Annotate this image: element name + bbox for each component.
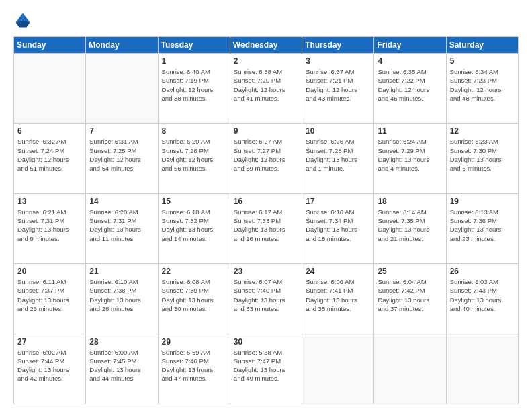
day-number: 27 — [17, 337, 82, 347]
calendar-cell — [302, 334, 374, 404]
calendar-cell: 27Sunrise: 6:02 AM Sunset: 7:44 PM Dayli… — [14, 334, 86, 404]
day-number: 7 — [89, 126, 154, 136]
day-number: 17 — [306, 197, 370, 206]
day-info: Sunrise: 6:07 AM Sunset: 7:40 PM Dayligh… — [234, 277, 298, 313]
day-number: 11 — [378, 126, 442, 136]
day-number: 6 — [17, 126, 82, 136]
calendar-cell: 20Sunrise: 6:11 AM Sunset: 7:37 PM Dayli… — [14, 264, 86, 334]
day-info: Sunrise: 6:24 AM Sunset: 7:29 PM Dayligh… — [378, 137, 442, 173]
calendar-cell: 14Sunrise: 6:20 AM Sunset: 7:31 PM Dayli… — [86, 193, 158, 263]
day-info: Sunrise: 6:26 AM Sunset: 7:28 PM Dayligh… — [306, 137, 370, 173]
day-info: Sunrise: 6:11 AM Sunset: 7:37 PM Dayligh… — [17, 277, 82, 313]
day-number: 4 — [378, 56, 442, 66]
calendar-cell: 15Sunrise: 6:18 AM Sunset: 7:32 PM Dayli… — [158, 193, 230, 263]
day-number: 10 — [306, 126, 370, 136]
calendar-cell: 8Sunrise: 6:29 AM Sunset: 7:26 PM Daylig… — [158, 124, 230, 193]
calendar-cell: 22Sunrise: 6:08 AM Sunset: 7:39 PM Dayli… — [158, 264, 230, 334]
calendar-cell: 13Sunrise: 6:21 AM Sunset: 7:31 PM Dayli… — [14, 193, 86, 263]
day-number: 9 — [234, 126, 298, 136]
calendar-week-row: 27Sunrise: 6:02 AM Sunset: 7:44 PM Dayli… — [14, 334, 519, 404]
day-number: 18 — [378, 197, 442, 206]
day-info: Sunrise: 6:00 AM Sunset: 7:45 PM Dayligh… — [89, 348, 154, 383]
day-info: Sunrise: 6:04 AM Sunset: 7:42 PM Dayligh… — [378, 277, 442, 313]
day-number: 8 — [162, 126, 226, 136]
day-info: Sunrise: 6:40 AM Sunset: 7:19 PM Dayligh… — [162, 67, 226, 103]
day-info: Sunrise: 6:31 AM Sunset: 7:25 PM Dayligh… — [89, 137, 154, 173]
day-number: 26 — [450, 267, 515, 276]
calendar-cell: 11Sunrise: 6:24 AM Sunset: 7:29 PM Dayli… — [374, 124, 446, 193]
day-info: Sunrise: 6:18 AM Sunset: 7:32 PM Dayligh… — [162, 208, 226, 243]
calendar-week-row: 6Sunrise: 6:32 AM Sunset: 7:24 PM Daylig… — [14, 124, 519, 193]
calendar-cell: 6Sunrise: 6:32 AM Sunset: 7:24 PM Daylig… — [14, 124, 86, 193]
day-info: Sunrise: 6:14 AM Sunset: 7:35 PM Dayligh… — [378, 208, 442, 243]
day-number: 30 — [234, 337, 298, 347]
calendar-cell: 25Sunrise: 6:04 AM Sunset: 7:42 PM Dayli… — [374, 264, 446, 334]
calendar-cell — [86, 54, 158, 124]
day-number: 28 — [89, 337, 154, 347]
day-info: Sunrise: 6:08 AM Sunset: 7:39 PM Dayligh… — [162, 277, 226, 313]
calendar-cell: 12Sunrise: 6:23 AM Sunset: 7:30 PM Dayli… — [446, 124, 518, 193]
calendar-day-header: Saturday — [446, 37, 518, 54]
day-info: Sunrise: 6:06 AM Sunset: 7:41 PM Dayligh… — [306, 277, 370, 313]
day-number: 21 — [89, 267, 154, 276]
calendar-cell — [374, 334, 446, 404]
day-info: Sunrise: 5:59 AM Sunset: 7:46 PM Dayligh… — [162, 348, 226, 383]
day-number: 19 — [450, 197, 515, 206]
calendar-cell: 17Sunrise: 6:16 AM Sunset: 7:34 PM Dayli… — [302, 193, 374, 263]
calendar-cell: 2Sunrise: 6:38 AM Sunset: 7:20 PM Daylig… — [230, 54, 302, 124]
day-info: Sunrise: 6:16 AM Sunset: 7:34 PM Dayligh… — [306, 208, 370, 243]
header — [13, 11, 519, 30]
calendar-week-row: 13Sunrise: 6:21 AM Sunset: 7:31 PM Dayli… — [14, 193, 519, 263]
calendar-cell: 5Sunrise: 6:34 AM Sunset: 7:23 PM Daylig… — [446, 54, 518, 124]
day-number: 16 — [234, 197, 298, 206]
calendar-cell: 26Sunrise: 6:03 AM Sunset: 7:43 PM Dayli… — [446, 264, 518, 334]
calendar-day-header: Wednesday — [230, 37, 302, 54]
calendar-cell: 4Sunrise: 6:35 AM Sunset: 7:22 PM Daylig… — [374, 54, 446, 124]
day-number: 1 — [162, 56, 226, 66]
day-info: Sunrise: 6:17 AM Sunset: 7:33 PM Dayligh… — [234, 208, 298, 243]
day-number: 24 — [306, 267, 370, 276]
calendar-cell: 7Sunrise: 6:31 AM Sunset: 7:25 PM Daylig… — [86, 124, 158, 193]
day-info: Sunrise: 6:02 AM Sunset: 7:44 PM Dayligh… — [17, 348, 82, 383]
calendar-day-header: Tuesday — [158, 37, 230, 54]
day-info: Sunrise: 6:32 AM Sunset: 7:24 PM Dayligh… — [17, 137, 82, 173]
calendar-day-header: Friday — [374, 37, 446, 54]
calendar-cell: 16Sunrise: 6:17 AM Sunset: 7:33 PM Dayli… — [230, 193, 302, 263]
day-number: 20 — [17, 267, 82, 276]
calendar-cell: 19Sunrise: 6:13 AM Sunset: 7:36 PM Dayli… — [446, 193, 518, 263]
calendar-cell: 3Sunrise: 6:37 AM Sunset: 7:21 PM Daylig… — [302, 54, 374, 124]
day-number: 29 — [162, 337, 226, 347]
day-number: 22 — [162, 267, 226, 276]
day-number: 12 — [450, 126, 515, 136]
day-info: Sunrise: 6:20 AM Sunset: 7:31 PM Dayligh… — [89, 208, 154, 243]
day-info: Sunrise: 6:34 AM Sunset: 7:23 PM Dayligh… — [450, 67, 515, 103]
calendar-header-row: SundayMondayTuesdayWednesdayThursdayFrid… — [14, 37, 519, 54]
calendar-cell: 28Sunrise: 6:00 AM Sunset: 7:45 PM Dayli… — [86, 334, 158, 404]
day-number: 2 — [234, 56, 298, 66]
day-number: 25 — [378, 267, 442, 276]
calendar-week-row: 1Sunrise: 6:40 AM Sunset: 7:19 PM Daylig… — [14, 54, 519, 124]
day-number: 15 — [162, 197, 226, 206]
day-info: Sunrise: 6:29 AM Sunset: 7:26 PM Dayligh… — [162, 137, 226, 173]
calendar-cell: 10Sunrise: 6:26 AM Sunset: 7:28 PM Dayli… — [302, 124, 374, 193]
day-info: Sunrise: 6:27 AM Sunset: 7:27 PM Dayligh… — [234, 137, 298, 173]
calendar-cell: 18Sunrise: 6:14 AM Sunset: 7:35 PM Dayli… — [374, 193, 446, 263]
day-info: Sunrise: 6:03 AM Sunset: 7:43 PM Dayligh… — [450, 277, 515, 313]
calendar-cell: 24Sunrise: 6:06 AM Sunset: 7:41 PM Dayli… — [302, 264, 374, 334]
calendar-cell: 21Sunrise: 6:10 AM Sunset: 7:38 PM Dayli… — [86, 264, 158, 334]
logo — [13, 11, 35, 30]
day-info: Sunrise: 6:38 AM Sunset: 7:20 PM Dayligh… — [234, 67, 298, 103]
day-info: Sunrise: 6:21 AM Sunset: 7:31 PM Dayligh… — [17, 208, 82, 243]
page: SundayMondayTuesdayWednesdayThursdayFrid… — [0, 0, 532, 411]
calendar-cell — [14, 54, 86, 124]
calendar-week-row: 20Sunrise: 6:11 AM Sunset: 7:37 PM Dayli… — [14, 264, 519, 334]
day-number: 5 — [450, 56, 515, 66]
calendar-cell: 29Sunrise: 5:59 AM Sunset: 7:46 PM Dayli… — [158, 334, 230, 404]
calendar-cell: 23Sunrise: 6:07 AM Sunset: 7:40 PM Dayli… — [230, 264, 302, 334]
day-info: Sunrise: 6:37 AM Sunset: 7:21 PM Dayligh… — [306, 67, 370, 103]
calendar-cell: 9Sunrise: 6:27 AM Sunset: 7:27 PM Daylig… — [230, 124, 302, 193]
calendar-day-header: Thursday — [302, 37, 374, 54]
day-info: Sunrise: 6:13 AM Sunset: 7:36 PM Dayligh… — [450, 208, 515, 243]
calendar-cell: 1Sunrise: 6:40 AM Sunset: 7:19 PM Daylig… — [158, 54, 230, 124]
calendar-day-header: Monday — [86, 37, 158, 54]
